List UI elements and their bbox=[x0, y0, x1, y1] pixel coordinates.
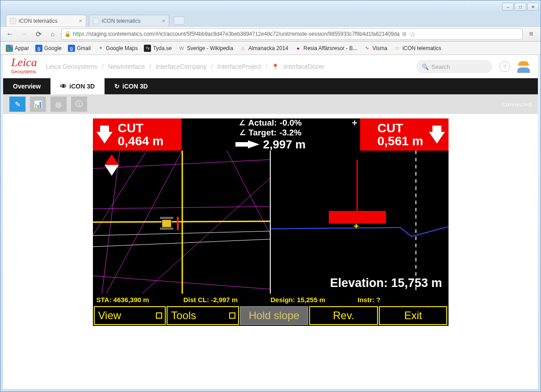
browser-tabstrip: iCON telematics × iCON telematics × bbox=[0, 13, 541, 26]
browser-tab-active[interactable]: iCON telematics × bbox=[6, 15, 86, 26]
rev-button[interactable]: Rev. bbox=[309, 306, 378, 325]
tab-overview[interactable]: Overview bbox=[3, 78, 50, 94]
bookmark-item[interactable]: ∿Visma bbox=[361, 43, 390, 53]
edit-icon: ✎ bbox=[15, 100, 21, 109]
bookmark-item[interactable]: TyTyda.se bbox=[141, 43, 174, 53]
reload-button[interactable]: ⟳ bbox=[33, 28, 44, 40]
distance-value: 2,997 m bbox=[263, 138, 306, 152]
actual-label: Actual: bbox=[248, 118, 277, 128]
bookmark-icon: ⌂ bbox=[239, 45, 247, 52]
compass-icon bbox=[105, 154, 119, 176]
sync-icon: ↻ bbox=[114, 83, 120, 90]
avatar[interactable] bbox=[517, 60, 530, 73]
back-button[interactable]: ← bbox=[4, 28, 16, 40]
actual-value: -0.0% bbox=[280, 118, 302, 128]
breadcrumb-item[interactable]: InterfaceProject bbox=[218, 63, 261, 70]
cut-left-value: 0,464 m bbox=[118, 135, 164, 148]
chrome-menu-button[interactable]: ≡ bbox=[525, 28, 537, 40]
bookmark-item[interactable]: gGoogle bbox=[33, 43, 64, 53]
close-window-button[interactable]: ✕ bbox=[527, 3, 539, 11]
status-distcl: Dist CL: -2,997 m bbox=[184, 296, 271, 303]
bookmark-item[interactable]: ▭iCON telematics bbox=[391, 43, 444, 53]
leica-logo[interactable]: Leica Geosystems bbox=[11, 58, 37, 76]
browser-tab-inactive[interactable]: iCON telematics × bbox=[89, 15, 169, 26]
apps-button[interactable]: Appar bbox=[3, 43, 32, 53]
cut-right-value: 0,561 m bbox=[377, 135, 424, 148]
hold-slope-button[interactable]: Hold slope bbox=[240, 306, 309, 325]
search-icon: 🔍 bbox=[422, 63, 429, 70]
crosshair-icon: ✛ bbox=[352, 119, 357, 126]
bar-chart-icon: 📊 bbox=[34, 100, 42, 109]
svg-line-12 bbox=[271, 228, 400, 229]
breadcrumb-item[interactable]: Leica Geosystems bbox=[46, 63, 97, 70]
status-sta: STA: 4636,390 m bbox=[96, 296, 184, 303]
svg-line-3 bbox=[93, 151, 147, 236]
bookmark-star-icon[interactable]: ☆ bbox=[409, 30, 415, 38]
breadcrumb: Leica Geosystems/ NewInterface/ Interfac… bbox=[46, 63, 325, 70]
bookmark-icon: ✦ bbox=[97, 45, 104, 52]
cross-section-view[interactable]: + Elevation: 15,753 m bbox=[271, 151, 449, 294]
target-icon: ◎ bbox=[55, 100, 62, 109]
bookmark-icon: ● bbox=[294, 45, 302, 52]
home-button[interactable]: ⌂ bbox=[47, 28, 59, 40]
status-design: Design: 15,255 m bbox=[271, 296, 358, 303]
forward-button[interactable]: → bbox=[18, 28, 30, 40]
url-bar[interactable]: 🔒 https ://staging.icontelematics.com/#/… bbox=[61, 28, 523, 40]
view-button[interactable]: View bbox=[94, 306, 166, 325]
chart-button[interactable]: 📊 bbox=[30, 97, 46, 112]
bookmark-item[interactable]: gGmail bbox=[65, 43, 93, 53]
minimize-button[interactable]: – bbox=[502, 3, 514, 11]
svg-line-6 bbox=[142, 177, 270, 294]
softkey-row: View Tools Hold slope Rev. Exit bbox=[93, 305, 449, 326]
status-row: STA: 4636,390 m Dist CL: -2,997 m Design… bbox=[93, 294, 449, 305]
angle-icon: ∠ bbox=[239, 128, 246, 137]
shield-icon[interactable]: ⛨ bbox=[402, 31, 407, 38]
new-tab-button[interactable] bbox=[174, 17, 185, 25]
slope-panel: ✛ ∠Actual: -0.0% ∠Target: -3.2% 2,997 m bbox=[181, 118, 360, 151]
svg-line-1 bbox=[93, 239, 270, 247]
bookmark-icon: Ty bbox=[144, 45, 151, 52]
center-marker-icon: + bbox=[354, 221, 359, 232]
info-button[interactable]: ⓘ bbox=[71, 97, 87, 112]
bookmark-item[interactable]: ✦Google Maps bbox=[94, 43, 140, 53]
close-tab-icon[interactable]: × bbox=[162, 17, 165, 24]
bookmark-item[interactable]: ●Resia Affärsresor - B... bbox=[292, 43, 360, 53]
svg-line-7 bbox=[93, 207, 270, 209]
cut-info-row: CUT 0,464 m ✛ ∠Actual: -0.0% ∠Target: -3… bbox=[93, 118, 449, 151]
info-icon: ⓘ bbox=[75, 100, 83, 109]
plan-view[interactable] bbox=[93, 151, 271, 294]
cut-right-panel: CUT 0,561 m bbox=[360, 118, 449, 151]
bookmark-item[interactable]: WSverige - Wikipedia bbox=[175, 43, 235, 53]
hardhat-icon bbox=[518, 61, 529, 66]
exit-button[interactable]: Exit bbox=[379, 306, 448, 325]
tab-icon3d-sync[interactable]: ↻ iCON 3D bbox=[105, 78, 158, 94]
target-button[interactable]: ◎ bbox=[50, 97, 67, 112]
bookmark-icon: g bbox=[35, 45, 42, 52]
search-placeholder: Search bbox=[432, 63, 450, 70]
page-content: Leica Geosystems Leica Geosystems/ NewIn… bbox=[3, 55, 538, 389]
apps-icon bbox=[6, 45, 13, 52]
maximize-button[interactable]: □ bbox=[515, 3, 526, 11]
target-label: Target: bbox=[248, 128, 277, 138]
breadcrumb-item[interactable]: InterfaceCompany bbox=[155, 63, 206, 70]
tools-button[interactable]: Tools bbox=[167, 306, 239, 325]
svg-line-9 bbox=[227, 151, 270, 236]
search-input[interactable]: 🔍 Search bbox=[416, 60, 492, 73]
favicon-icon bbox=[93, 18, 99, 24]
svg-line-14 bbox=[411, 227, 449, 236]
tab-icon3d-view[interactable]: 👁 iCON 3D bbox=[50, 78, 105, 94]
cut-right-label: CUT bbox=[377, 122, 424, 135]
bookmark-icon: ▭ bbox=[394, 45, 401, 52]
help-button[interactable]: ? bbox=[499, 61, 510, 72]
bookmark-icon: ∿ bbox=[364, 45, 371, 52]
svg-line-5 bbox=[93, 276, 270, 289]
bookmark-icon: g bbox=[68, 45, 75, 52]
browser-toolbar: ← → ⟳ ⌂ 🔒 https ://staging.icontelematic… bbox=[0, 26, 541, 42]
bookmark-item[interactable]: ⌂Almanacka 2014 bbox=[237, 43, 291, 53]
edit-button[interactable]: ✎ bbox=[9, 97, 25, 112]
breadcrumb-item[interactable]: NewInterface bbox=[108, 63, 145, 70]
breadcrumb-item[interactable]: InterfaceDozer bbox=[283, 63, 324, 70]
tab-title: iCON telematics bbox=[19, 18, 58, 24]
url-scheme: https bbox=[73, 31, 84, 37]
close-tab-icon[interactable]: × bbox=[79, 17, 82, 24]
